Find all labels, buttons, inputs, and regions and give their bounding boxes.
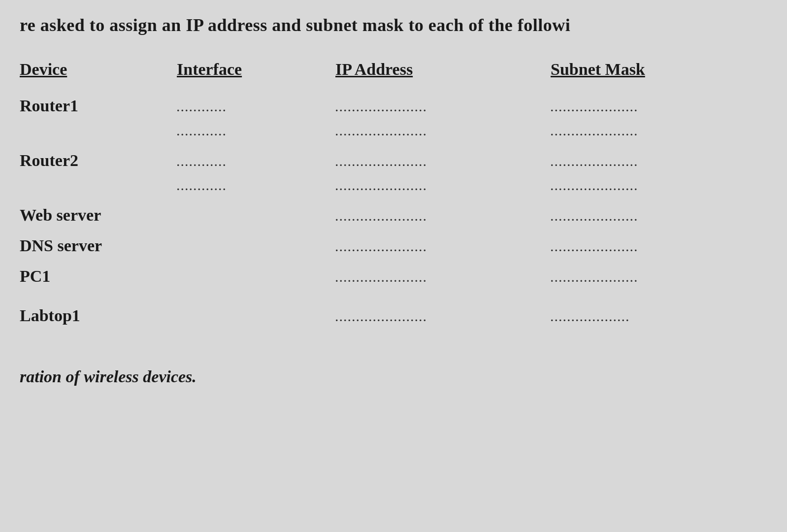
interface-cell: [167, 233, 326, 258]
spacer-row: [20, 142, 767, 148]
footer-text: ration of wireless devices.: [20, 367, 767, 386]
ip-dots: ......................: [335, 211, 427, 223]
ip-dots: ......................: [335, 101, 427, 114]
ip-address-cell: ......................: [326, 94, 541, 118]
device-cell: DNS server: [20, 233, 167, 258]
subnet-mask-cell: .....................: [541, 233, 767, 258]
spacer-row: [20, 328, 767, 343]
intro-text: re asked to assign an IP address and sub…: [20, 15, 767, 35]
device-name: Router1: [20, 97, 78, 115]
interface-cell: ............: [167, 94, 326, 118]
device-name: Router2: [20, 151, 78, 169]
spacer-row: [20, 197, 767, 203]
header-interface: Interface: [167, 55, 326, 94]
spacer-row: [20, 258, 767, 264]
subnet-dots: .....................: [551, 211, 639, 223]
subnet-mask-cell: ...................: [541, 303, 767, 328]
subnet-mask-cell: .....................: [541, 148, 767, 173]
header-ip-address: IP Address: [326, 55, 541, 94]
interface-dots: ............: [177, 126, 227, 138]
ip-address-cell: ......................: [326, 118, 541, 142]
interface-dots: ............: [177, 180, 227, 193]
table-row: Labtop1.................................…: [20, 303, 767, 328]
ip-address-cell: ......................: [326, 203, 541, 228]
subnet-dots: .....................: [551, 180, 639, 193]
subnet-dots: .....................: [551, 241, 639, 254]
subnet-mask-cell: .....................: [541, 264, 767, 289]
device-name: Web server: [20, 206, 101, 224]
ip-dots: ......................: [335, 311, 427, 324]
device-name: PC1: [20, 267, 50, 285]
subnet-mask-cell: .....................: [541, 94, 767, 118]
subnet-dots: ...................: [551, 311, 630, 324]
interface-cell: [167, 203, 326, 228]
network-table: Device Interface IP Address Subnet Mask …: [20, 55, 767, 343]
ip-address-cell: ......................: [326, 233, 541, 258]
table-row: Router1.................................…: [20, 94, 767, 118]
header-subnet-mask: Subnet Mask: [541, 55, 767, 94]
subnet-mask-cell: .....................: [541, 173, 767, 197]
subnet-dots: .....................: [551, 126, 639, 138]
ip-dots: ......................: [335, 272, 427, 284]
interface-cell: [167, 303, 326, 328]
ip-address-cell: ......................: [326, 148, 541, 173]
header-device: Device: [20, 55, 167, 94]
device-cell: Labtop1: [20, 303, 167, 328]
subnet-dots: .....................: [551, 272, 639, 284]
interface-cell: ............: [167, 173, 326, 197]
interface-dots: ............: [177, 101, 227, 114]
device-name: Labtop1: [20, 306, 80, 325]
device-cell: Web server: [20, 203, 167, 228]
table-row: ........................................…: [20, 118, 767, 142]
spacer-row: [20, 289, 767, 303]
table-row: ........................................…: [20, 173, 767, 197]
ip-address-cell: ......................: [326, 264, 541, 289]
ip-dots: ......................: [335, 180, 427, 193]
subnet-dots: .....................: [551, 101, 639, 114]
table-row: Router2.................................…: [20, 148, 767, 173]
device-name: DNS server: [20, 236, 102, 255]
interface-cell: [167, 264, 326, 289]
table-row: PC1.....................................…: [20, 264, 767, 289]
device-cell: Router2: [20, 148, 167, 173]
ip-address-cell: ......................: [326, 173, 541, 197]
interface-cell: ............: [167, 148, 326, 173]
device-cell: [20, 173, 167, 197]
interface-cell: ............: [167, 118, 326, 142]
subnet-mask-cell: .....................: [541, 203, 767, 228]
table-row: Web server..............................…: [20, 203, 767, 228]
subnet-mask-cell: .....................: [541, 118, 767, 142]
subnet-dots: .....................: [551, 156, 639, 168]
interface-dots: ............: [177, 156, 227, 168]
ip-dots: ......................: [335, 241, 427, 254]
ip-dots: ......................: [335, 126, 427, 138]
device-cell: [20, 118, 167, 142]
ip-address-cell: ......................: [326, 303, 541, 328]
device-cell: Router1: [20, 94, 167, 118]
ip-dots: ......................: [335, 156, 427, 168]
table-row: DNS server..............................…: [20, 233, 767, 258]
device-cell: PC1: [20, 264, 167, 289]
spacer-row: [20, 228, 767, 233]
